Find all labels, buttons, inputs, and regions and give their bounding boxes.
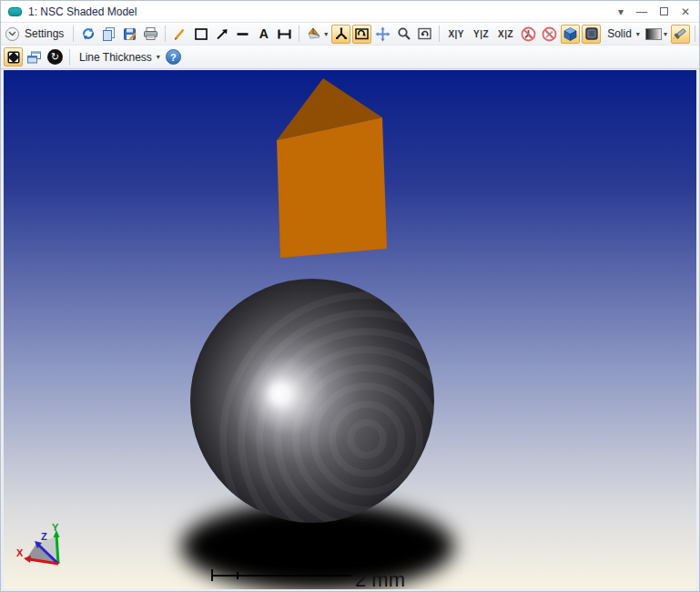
shaded-model-viewport[interactable]: 2 mm Y <box>4 70 696 589</box>
toolbar-row-2: ↻ Line Thickness ▾ ? <box>1 46 699 69</box>
dash-icon <box>236 27 249 41</box>
cascade-windows-button[interactable] <box>25 47 44 66</box>
gradient-swatch-icon <box>645 28 662 40</box>
shaded-cube-icon <box>563 26 578 42</box>
fit-window-icon <box>6 50 21 65</box>
solid-label: Solid <box>604 27 634 40</box>
print-button[interactable] <box>141 25 160 44</box>
solid-view-button[interactable] <box>582 25 601 44</box>
pencil-icon <box>173 27 187 41</box>
line-thickness-label: Line Thickness <box>76 51 155 64</box>
solid-dropdown[interactable]: Solid ▾ <box>603 25 642 44</box>
draw-arrow-button[interactable] <box>212 25 231 44</box>
draw-dimension-button[interactable] <box>275 25 294 44</box>
plane-yz-button[interactable]: Y|Z <box>470 25 492 44</box>
window-menu-button[interactable]: ▾ <box>618 6 624 17</box>
reset-orientation-button[interactable]: ↻ <box>46 47 65 66</box>
rectangle-icon <box>194 27 208 41</box>
reset-box-icon <box>417 26 432 41</box>
cascade-windows-icon <box>26 50 42 65</box>
draw-dash-button[interactable] <box>233 25 252 44</box>
background-gradient-dropdown[interactable]: ▾ <box>644 25 669 44</box>
draw-line-button[interactable] <box>170 25 189 44</box>
orientation-button[interactable]: ▾ <box>304 25 330 44</box>
rotate-box-icon <box>354 26 370 41</box>
axis-x-label: X <box>16 547 24 558</box>
flashlight-button[interactable] <box>671 25 690 44</box>
line-thickness-caret: ▾ <box>157 53 160 61</box>
reset-zoom-button[interactable] <box>415 25 434 44</box>
print-icon <box>143 26 158 41</box>
rotate-tripod-icon <box>334 26 349 41</box>
title-bar: 1: NSC Shaded Model ▾ — ✕ <box>1 1 699 23</box>
plane-xy-button[interactable]: X|Y <box>444 25 468 44</box>
separator <box>695 26 695 42</box>
save-button[interactable] <box>120 25 139 44</box>
separator <box>299 26 299 42</box>
no-rays-icon <box>521 26 536 42</box>
axis-y-label: Y <box>52 522 59 533</box>
copy-button[interactable] <box>99 25 118 44</box>
refresh-button[interactable] <box>78 25 97 44</box>
settings-label: Settings <box>22 27 66 40</box>
app-icon <box>8 7 22 16</box>
pan-tool-button[interactable] <box>373 25 392 44</box>
fit-window-button[interactable] <box>4 47 23 66</box>
gradient-caret: ▾ <box>664 30 667 38</box>
toolbar-row-1: Settings <box>1 23 699 46</box>
settings-button[interactable]: Settings <box>4 25 68 44</box>
separator <box>165 26 166 42</box>
orientation-widget-icon <box>306 26 322 41</box>
line-thickness-dropdown[interactable]: Line Thickness ▾ <box>75 47 162 66</box>
copy-icon <box>102 26 117 41</box>
save-icon <box>123 26 137 41</box>
reset-orientation-icon: ↻ <box>47 49 63 65</box>
help-icon: ? <box>166 49 181 65</box>
pan-icon <box>375 26 391 42</box>
maximize-button[interactable] <box>660 7 668 15</box>
magnifier-icon <box>397 26 411 41</box>
arrow-icon <box>215 27 229 41</box>
draw-rectangle-button[interactable] <box>191 25 210 44</box>
scale-label: 2 mm <box>355 568 405 589</box>
shaded-model-canvas: 2 mm Y <box>4 70 696 589</box>
draw-text-button[interactable]: A <box>254 25 273 44</box>
axis-z-label: Z <box>41 531 47 542</box>
help-button[interactable]: ? <box>164 47 183 66</box>
orientation-caret: ▾ <box>324 30 328 38</box>
separator <box>439 26 440 42</box>
rotate-z-tool-button[interactable] <box>352 25 371 44</box>
separator <box>73 26 74 42</box>
solid-caret: ▾ <box>636 30 640 38</box>
shaded-view-button[interactable] <box>561 25 580 44</box>
suppress-frame-button[interactable] <box>540 25 559 44</box>
no-frame-icon <box>542 26 557 42</box>
dimension-icon <box>277 27 292 41</box>
plane-xz-button[interactable]: X|Z <box>494 25 517 44</box>
zoom-tool-button[interactable] <box>394 25 413 44</box>
flashlight-icon <box>673 26 687 41</box>
rotate-tool-button[interactable] <box>331 25 350 44</box>
separator <box>69 49 70 66</box>
prism-front-face <box>277 117 387 258</box>
minimize-button[interactable]: — <box>636 6 647 17</box>
chevron-down-icon <box>5 27 19 41</box>
window-title: 1: NSC Shaded Model <box>28 5 618 18</box>
nsc-shaded-model-window: 1: NSC Shaded Model ▾ — ✕ Settings <box>0 0 700 592</box>
suppress-rays-button[interactable] <box>519 25 538 44</box>
close-button[interactable]: ✕ <box>681 6 690 17</box>
text-tool-icon: A <box>259 26 269 41</box>
refresh-icon <box>81 26 96 41</box>
solid-square-icon <box>584 26 599 41</box>
